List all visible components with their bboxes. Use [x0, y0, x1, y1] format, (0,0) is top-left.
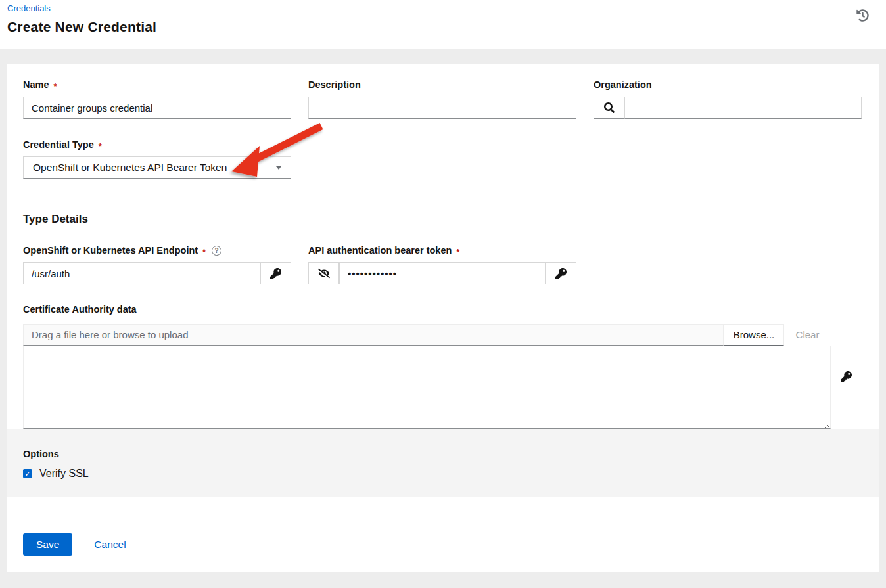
required-asterisk: * — [54, 81, 57, 91]
required-asterisk: * — [202, 247, 206, 257]
check-icon: ✓ — [24, 470, 30, 478]
name-label: Name — [23, 79, 49, 90]
cancel-button[interactable]: Cancel — [94, 533, 126, 556]
eye-slash-icon — [318, 267, 330, 279]
endpoint-secret-key-button[interactable] — [260, 262, 291, 284]
search-icon — [604, 102, 615, 113]
ca-data-field-group: Certificate Authority data Drag a file h… — [23, 304, 862, 429]
options-section: Options ✓ Verify SSL — [7, 429, 879, 497]
bearer-token-secret-key-button[interactable] — [546, 262, 576, 284]
endpoint-input[interactable] — [23, 262, 260, 284]
ca-data-textarea[interactable] — [23, 346, 831, 429]
bearer-token-input[interactable] — [339, 262, 546, 284]
main-content: Name * Description Organization — [7, 64, 879, 572]
ca-data-secret-key-button[interactable] — [831, 324, 862, 429]
credential-type-select[interactable]: OpenShift or Kubernetes API Bearer Token — [23, 156, 291, 179]
key-icon — [270, 268, 281, 279]
credential-form-card: Name * Description Organization — [7, 64, 879, 429]
credential-type-label: Credential Type — [23, 139, 94, 150]
description-field-group: Description — [308, 79, 576, 119]
organization-label: Organization — [594, 79, 652, 90]
description-label: Description — [308, 79, 361, 90]
save-button[interactable]: Save — [23, 533, 72, 556]
options-heading: Options — [23, 449, 863, 459]
type-details-heading: Type Details — [23, 213, 862, 226]
form-action-bar: Save Cancel — [7, 497, 879, 572]
credential-type-field-group: Credential Type * OpenShift or Kubernete… — [23, 139, 291, 179]
question-circle-icon[interactable]: ? — [212, 246, 222, 256]
key-icon — [555, 268, 567, 279]
description-input[interactable] — [308, 97, 576, 119]
name-input[interactable] — [23, 97, 291, 119]
organization-field-group: Organization — [594, 79, 862, 119]
required-asterisk: * — [456, 247, 459, 257]
file-upload-placeholder: Drag a file here or browse to upload — [32, 329, 188, 340]
required-asterisk: * — [99, 141, 102, 151]
clear-button[interactable]: Clear — [784, 324, 831, 346]
name-field-group: Name * — [23, 79, 291, 119]
credential-type-value: OpenShift or Kubernetes API Bearer Token — [33, 162, 227, 173]
organization-search-button[interactable] — [594, 97, 624, 119]
page-header: Credentials Create New Credential — [0, 0, 886, 49]
page-title: Create New Credential — [7, 19, 870, 35]
bearer-token-field-group: API authentication bearer token * — [308, 245, 576, 284]
organization-input[interactable] — [624, 97, 862, 119]
chevron-down-icon — [276, 166, 281, 170]
verify-ssl-checkbox[interactable]: ✓ — [23, 469, 32, 478]
history-icon-glyph — [856, 9, 869, 22]
history-icon[interactable] — [856, 9, 869, 24]
key-icon — [841, 371, 852, 382]
ca-data-label: Certificate Authority data — [23, 304, 862, 315]
breadcrumb[interactable]: Credentials — [7, 3, 51, 13]
file-upload-dropzone[interactable]: Drag a file here or browse to upload — [23, 324, 724, 346]
verify-ssl-label: Verify SSL — [39, 468, 89, 480]
verify-ssl-checkbox-row[interactable]: ✓ Verify SSL — [23, 468, 863, 480]
endpoint-label: OpenShift or Kubernetes API Endpoint — [23, 245, 198, 256]
endpoint-field-group: OpenShift or Kubernetes API Endpoint * ? — [23, 245, 291, 284]
bearer-token-label: API authentication bearer token — [308, 245, 452, 256]
toggle-visibility-button[interactable] — [308, 262, 339, 284]
browse-button[interactable]: Browse... — [724, 324, 784, 346]
